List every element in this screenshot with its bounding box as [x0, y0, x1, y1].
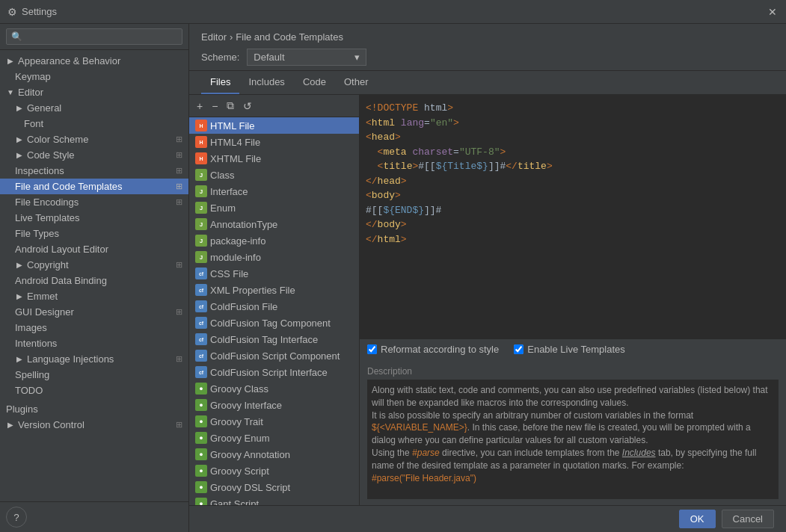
sidebar-tree: ▶ Appearance & Behavior Keymap ▼ Editor …: [0, 50, 188, 501]
sidebar-item-inspections[interactable]: Inspections ⊞: [0, 163, 188, 179]
file-item-css-file[interactable]: cfCSS File: [189, 265, 359, 282]
file-item-groovy-class[interactable]: ●Groovy Class: [189, 380, 359, 397]
live-templates-label: Enable Live Templates: [527, 344, 625, 355]
cancel-button[interactable]: Cancel: [722, 510, 774, 528]
sidebar-item-gui-designer[interactable]: GUI Designer ⊞: [0, 304, 188, 320]
sidebar-item-intentions[interactable]: Intentions: [0, 335, 188, 351]
file-item-groovy-trait[interactable]: ●Groovy Trait: [189, 413, 359, 430]
sidebar-item-version-control[interactable]: ▶ Version Control ⊞: [0, 417, 188, 433]
tab-code[interactable]: Code: [294, 71, 335, 94]
code-options: Reformat according to style Enable Live …: [360, 338, 786, 359]
sidebar-item-file-types[interactable]: File Types: [0, 226, 188, 241]
description-text: Along with static text, code and comment…: [367, 380, 779, 499]
live-templates-checkbox[interactable]: [514, 344, 524, 354]
sidebar-item-plugins[interactable]: Plugins: [0, 401, 188, 417]
sidebar-item-android-data-binding[interactable]: Android Data Binding: [0, 273, 188, 288]
file-item-label: package-info: [210, 235, 265, 247]
tab-other[interactable]: Other: [335, 71, 378, 94]
sidebar-item-file-encodings[interactable]: File Encodings ⊞: [0, 194, 188, 210]
sidebar-item-live-templates[interactable]: Live Templates: [0, 210, 188, 226]
file-item-enum[interactable]: JEnum: [189, 200, 359, 216]
file-item-groovy-interface[interactable]: ●Groovy Interface: [189, 397, 359, 413]
file-item-groovy-annotation[interactable]: ●Groovy Annotation: [189, 446, 359, 463]
file-item-xhtml-file[interactable]: HXHTML File: [189, 150, 359, 167]
sidebar-item-images[interactable]: Images: [0, 320, 188, 335]
arrow-icon: ▶: [15, 151, 24, 160]
code-editor[interactable]: <!DOCTYPE html> <html lang="en"> <head> …: [360, 95, 786, 338]
file-item-annotation-type[interactable]: JAnnotationType: [189, 216, 359, 232]
sidebar-item-emmet[interactable]: ▶ Emmet: [0, 288, 188, 304]
sidebar-item-todo[interactable]: TODO: [0, 383, 188, 398]
remove-template-button[interactable]: −: [209, 99, 221, 114]
reset-template-button[interactable]: ↺: [240, 99, 255, 114]
sidebar-item-editor[interactable]: ▼ Editor: [0, 84, 188, 100]
copy-template-button[interactable]: ⧉: [224, 98, 237, 114]
sidebar-item-label: Language Injections: [27, 353, 114, 365]
gear-icon: ⊞: [176, 134, 182, 144]
file-item-coldfusion-script-interface[interactable]: cfColdFusion Script Interface: [189, 364, 359, 380]
file-item-coldfusion-tag-interface[interactable]: cfColdFusion Tag Interface: [189, 331, 359, 347]
file-item-html-file[interactable]: HHTML File: [189, 117, 359, 134]
sidebar-item-keymap[interactable]: Keymap: [0, 69, 188, 84]
sidebar-item-label: Copyright: [27, 259, 69, 270]
sidebar-item-language-injections[interactable]: ▶ Language Injections ⊞: [0, 351, 188, 367]
gear-icon: ⊞: [176, 182, 182, 191]
add-template-button[interactable]: +: [194, 99, 206, 114]
content-header: Editor › File and Code Templates Scheme:…: [189, 24, 786, 71]
file-item-coldfusion-script-component[interactable]: cfColdFusion Script Component: [189, 347, 359, 364]
file-item-xml-properties[interactable]: cfXML Properties File: [189, 282, 359, 298]
reformat-option[interactable]: Reformat according to style: [367, 344, 499, 355]
file-item-interface[interactable]: JInterface: [189, 183, 359, 200]
reformat-checkbox[interactable]: [367, 344, 377, 354]
file-item-coldfusion-file[interactable]: cfColdFusion File: [189, 298, 359, 315]
sidebar-item-color-scheme[interactable]: ▶ Color Scheme ⊞: [0, 132, 188, 147]
sidebar-item-general[interactable]: ▶ General: [0, 100, 188, 116]
file-type-icon: J: [195, 218, 207, 230]
file-type-icon: cf: [195, 284, 207, 296]
sidebar-item-file-code-templates[interactable]: File and Code Templates ⊞: [0, 179, 188, 194]
help-button[interactable]: ?: [6, 507, 27, 528]
file-item-label: Class: [210, 170, 235, 181]
file-item-label: Groovy Trait: [210, 416, 263, 427]
file-item-groovy-script[interactable]: ●Groovy Script: [189, 463, 359, 479]
search-input[interactable]: [6, 28, 182, 45]
sidebar-item-spelling[interactable]: Spelling: [0, 367, 188, 383]
ok-button[interactable]: OK: [679, 510, 716, 528]
file-item-gant-script[interactable]: ●Gant Script: [189, 495, 359, 505]
reformat-label: Reformat according to style: [381, 344, 499, 355]
settings-icon: ⚙: [7, 6, 17, 18]
file-type-icon: ●: [195, 432, 207, 444]
file-item-label: module-info: [210, 252, 261, 263]
sidebar-item-code-style[interactable]: ▶ Code Style ⊞: [0, 147, 188, 163]
live-templates-option[interactable]: Enable Live Templates: [514, 344, 625, 355]
file-item-label: Groovy Script: [210, 466, 269, 477]
sidebar-item-label: Keymap: [15, 71, 51, 82]
sidebar-item-label: Code Style: [27, 149, 75, 161]
file-type-icon: cf: [195, 300, 207, 312]
close-button[interactable]: ✕: [767, 6, 779, 18]
breadcrumb-part1: Editor: [201, 31, 227, 43]
file-item-class[interactable]: JClass: [189, 167, 359, 183]
tab-includes[interactable]: Includes: [239, 71, 293, 94]
arrow-icon: ▶: [15, 355, 24, 364]
sidebar-item-label: Version Control: [18, 419, 85, 430]
file-type-icon: J: [195, 169, 207, 181]
file-item-groovy-enum[interactable]: ●Groovy Enum: [189, 430, 359, 446]
file-item-label: ColdFusion Tag Component: [210, 318, 331, 329]
file-type-icon: J: [195, 235, 207, 247]
file-item-module-info[interactable]: Jmodule-info: [189, 249, 359, 265]
file-item-html4-file[interactable]: HHTML4 File: [189, 134, 359, 150]
sidebar-item-appearance[interactable]: ▶ Appearance & Behavior: [0, 53, 188, 69]
sidebar-item-copyright[interactable]: ▶ Copyright ⊞: [0, 257, 188, 273]
sidebar-item-android-layout-editor[interactable]: Android Layout Editor: [0, 241, 188, 257]
sidebar-item-font[interactable]: Font: [0, 116, 188, 132]
file-type-icon: cf: [195, 350, 207, 362]
scheme-select[interactable]: Default ▾: [247, 49, 366, 66]
file-item-package-info[interactable]: Jpackage-info: [189, 232, 359, 249]
file-item-groovy-dsl-script[interactable]: ●Groovy DSL Script: [189, 479, 359, 495]
file-item-label: HTML File: [210, 120, 254, 132]
tab-files[interactable]: Files: [201, 71, 239, 94]
file-item-coldfusion-tag[interactable]: cfColdFusion Tag Component: [189, 315, 359, 331]
search-container: [0, 24, 188, 50]
file-item-label: ColdFusion File: [210, 301, 277, 312]
